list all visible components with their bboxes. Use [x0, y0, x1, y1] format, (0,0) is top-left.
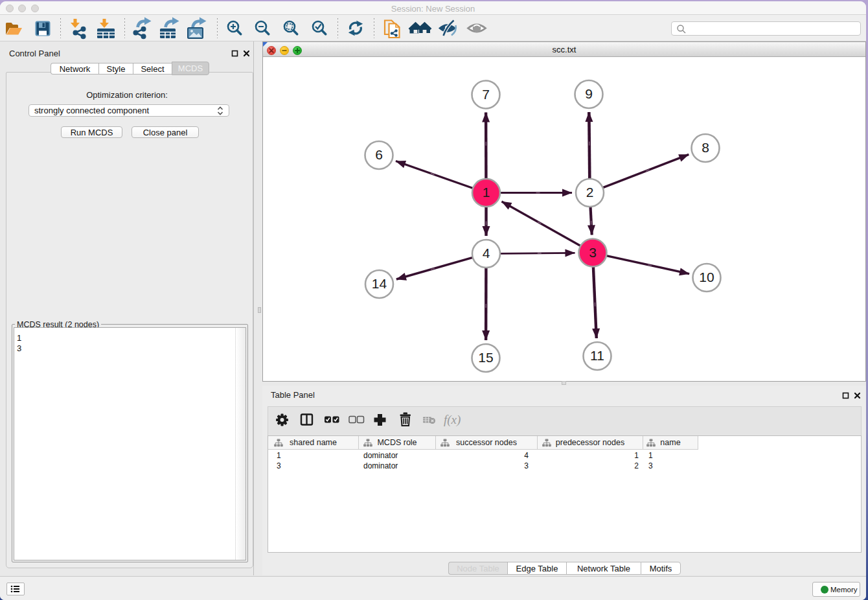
svg-text:9: 9 [585, 86, 593, 101]
svg-text:1: 1 [483, 185, 490, 200]
svg-text:6: 6 [375, 147, 383, 162]
svg-text:4: 4 [483, 246, 490, 260]
svg-text:11: 11 [590, 348, 604, 363]
svg-text:10: 10 [699, 270, 714, 284]
svg-text:15: 15 [478, 350, 493, 365]
svg-text:3: 3 [589, 245, 597, 260]
svg-text:8: 8 [702, 140, 709, 155]
svg-text:7: 7 [482, 87, 490, 102]
svg-text:f(x): f(x) [444, 413, 461, 427]
svg-text:14: 14 [372, 276, 387, 291]
svg-text:2: 2 [586, 185, 594, 200]
